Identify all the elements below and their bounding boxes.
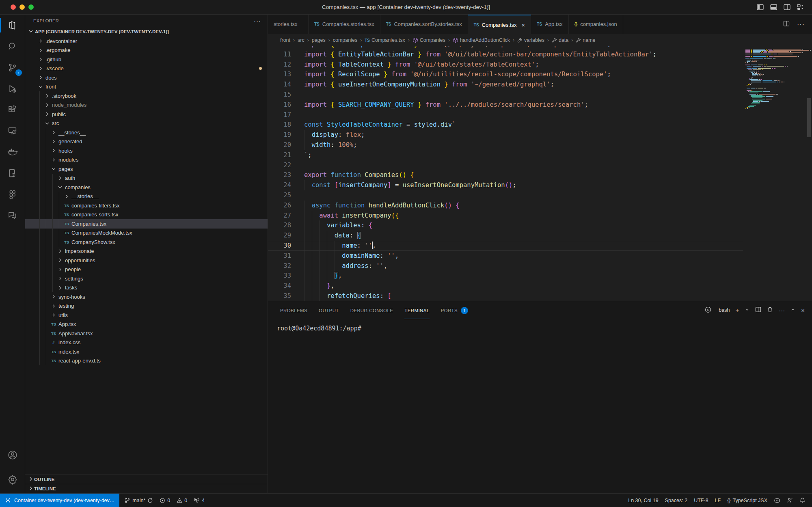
tree-item-front[interactable]: front xyxy=(25,82,268,92)
language-mode-item[interactable]: {} TypeScript JSX xyxy=(724,494,771,507)
code-line-27[interactable]: 27 await insertCompany({ xyxy=(268,211,743,221)
toggle-sidebar-icon[interactable] xyxy=(757,4,764,10)
notifications-item[interactable] xyxy=(796,494,809,507)
activity-dev-containers-icon[interactable] xyxy=(0,162,25,183)
new-terminal-icon[interactable]: + xyxy=(735,307,739,314)
activity-run-debug-icon[interactable] xyxy=(0,78,25,99)
zoom-window-button[interactable] xyxy=(28,4,34,10)
maximize-panel-icon[interactable] xyxy=(790,307,795,313)
panel-more-actions-icon[interactable]: ··· xyxy=(779,307,785,314)
eol-item[interactable]: LF xyxy=(712,494,724,507)
tree-item-tasks[interactable]: tasks xyxy=(25,283,268,293)
tree-item-modules[interactable]: modules xyxy=(25,155,268,165)
tree-item-index.css[interactable]: #index.css xyxy=(25,338,268,347)
tab-companies.json[interactable]: {}companies.json xyxy=(569,15,623,34)
split-terminal-icon[interactable] xyxy=(755,306,761,314)
tree-item-Companies.tsx[interactable]: TSCompanies.tsx xyxy=(25,219,268,229)
breadcrumb-Companies.tsx[interactable]: TSCompanies.tsx xyxy=(365,37,405,43)
tree-item-.github[interactable]: .github xyxy=(25,55,268,64)
forwarded-ports-item[interactable]: 4 xyxy=(190,494,208,507)
tree-item-hooks[interactable]: hooks xyxy=(25,146,268,155)
toggle-panel-icon[interactable] xyxy=(770,4,777,10)
activity-search-icon[interactable] xyxy=(0,36,25,57)
tree-item-settings[interactable]: settings xyxy=(25,274,268,283)
tab-Companies.tsx[interactable]: TSCompanies.tsx× xyxy=(468,15,531,34)
code-line-11[interactable]: 11import { EntityTableActionBar } from '… xyxy=(268,50,743,60)
tree-item-docs[interactable]: docs xyxy=(25,73,268,82)
tab-App.tsx[interactable]: TSApp.tsx xyxy=(531,15,568,34)
activity-settings-icon[interactable] xyxy=(0,469,25,490)
code-line-13[interactable]: 13import { RecoilScope } from '@/ui/util… xyxy=(268,69,743,80)
tree-item--stories-[interactable]: __stories__ xyxy=(25,128,268,137)
tree-item-.storybook[interactable]: .storybook xyxy=(25,91,268,101)
code-line-31[interactable]: 31 domainName: '', xyxy=(268,251,743,261)
code-line-26[interactable]: 26 async function handleAddButtonClick()… xyxy=(268,201,743,211)
explorer-more-actions-icon[interactable]: ··· xyxy=(254,17,261,24)
customize-layout-icon[interactable] xyxy=(797,4,804,10)
code-line-25[interactable]: 25 xyxy=(268,190,743,201)
close-window-button[interactable] xyxy=(11,4,16,10)
tree-item-AppNavbar.tsx[interactable]: TSAppNavbar.tsx xyxy=(25,329,268,338)
activity-accounts-icon[interactable] xyxy=(0,444,25,466)
cursor-position-item[interactable]: Ln 30, Col 19 xyxy=(625,494,661,507)
close-panel-icon[interactable]: × xyxy=(801,307,805,314)
panel-tab-problems[interactable]: PROBLEMS xyxy=(280,301,307,319)
panel-tab-terminal[interactable]: TERMINAL xyxy=(404,301,429,319)
tab-stories.tsx[interactable]: stories.tsx xyxy=(268,15,309,34)
tree-item-auth[interactable]: auth xyxy=(25,174,268,183)
code-line-14[interactable]: 14import { useInsertOneCompanyMutation }… xyxy=(268,80,743,90)
problems-item[interactable]: 0 0 xyxy=(156,494,190,507)
tree-item-companies-sorts.tsx[interactable]: TScompanies-sorts.tsx xyxy=(25,210,268,220)
activity-design-tool-icon[interactable] xyxy=(0,183,25,205)
tab-Companies.sortBy.stories.tsx[interactable]: TSCompanies.sortBy.stories.tsx xyxy=(380,15,468,34)
activity-remote-explorer-icon[interactable] xyxy=(0,120,25,141)
tree-item-pages[interactable]: pages xyxy=(25,164,268,174)
code-line-30[interactable]: 30 name: '', xyxy=(268,241,743,251)
kill-terminal-icon[interactable] xyxy=(767,306,773,314)
tree-item-people[interactable]: people xyxy=(25,265,268,274)
code-line-18[interactable]: 18const StyledTableContainer = styled.di… xyxy=(268,120,743,130)
terminal-content[interactable]: root@0a42ecd84891:/app# xyxy=(268,319,812,493)
tree-item-impersonate[interactable]: impersonate xyxy=(25,247,268,256)
tree-item-react-app-env.d.ts[interactable]: TSreact-app-env.d.ts xyxy=(25,356,268,366)
copilot-item[interactable] xyxy=(771,494,784,507)
code-area[interactable]: 10import { WithTopBarContainer } from '@… xyxy=(268,46,743,301)
editor-scrollbar[interactable] xyxy=(807,98,811,137)
activity-source-control-icon[interactable]: 1 xyxy=(0,57,25,78)
breadcrumb-src[interactable]: src xyxy=(298,37,304,43)
code-line-34[interactable]: 34 }, xyxy=(268,281,743,291)
activity-comments-icon[interactable] xyxy=(0,205,25,226)
breadcrumb-front[interactable]: front xyxy=(280,37,290,43)
tree-item-.ergomake[interactable]: .ergomake xyxy=(25,46,268,55)
tab-Companies.stories.tsx[interactable]: TSCompanies.stories.tsx xyxy=(309,15,380,34)
panel-tab-debug-console[interactable]: DEBUG CONSOLE xyxy=(350,301,393,319)
breadcrumb-data[interactable]: data xyxy=(552,37,568,43)
panel-tab-output[interactable]: OUTPUT xyxy=(319,301,339,319)
tree-item-companies-filters.tsx[interactable]: TScompanies-filters.tsx xyxy=(25,201,268,210)
code-line-33[interactable]: 33 }, xyxy=(268,271,743,281)
split-editor-icon[interactable] xyxy=(783,20,790,28)
tree-item-.vscode[interactable]: .vscode xyxy=(25,64,268,73)
code-line-16[interactable]: 16import { SEARCH_COMPANY_QUERY } from '… xyxy=(268,100,743,110)
breadcrumb-pages[interactable]: pages xyxy=(312,37,326,43)
activity-docker-icon[interactable] xyxy=(0,141,25,162)
code-line-15[interactable]: 15 xyxy=(268,90,743,100)
tree-item-companies[interactable]: companies xyxy=(25,183,268,192)
code-line-20[interactable]: 20 width: 100%; xyxy=(268,140,743,150)
code-line-29[interactable]: 29 data: { xyxy=(268,231,743,241)
remote-indicator[interactable]: Container dev-twenty-dev (dev-twenty-dev… xyxy=(0,494,119,507)
code-line-21[interactable]: 21`; xyxy=(268,150,743,160)
toggle-secondary-sidebar-icon[interactable] xyxy=(784,4,790,10)
outline-section-header[interactable]: OUTLINE xyxy=(25,475,268,484)
tree-item-CompanyShow.tsx[interactable]: TSCompanyShow.tsx xyxy=(25,237,268,247)
breadcrumb-Companies[interactable]: Companies xyxy=(412,37,445,43)
code-line-17[interactable]: 17 xyxy=(268,110,743,120)
close-tab-icon[interactable]: × xyxy=(522,22,525,28)
indentation-item[interactable]: Spaces: 2 xyxy=(662,494,691,507)
tree-item--stories-[interactable]: __stories__ xyxy=(25,192,268,201)
timeline-section-header[interactable]: TIMELINE xyxy=(25,484,268,493)
tree-item-CompaniesMockMode.tsx[interactable]: TSCompaniesMockMode.tsx xyxy=(25,229,268,238)
code-line-28[interactable]: 28 variables: { xyxy=(268,220,743,231)
activity-explorer-icon[interactable] xyxy=(0,15,25,36)
tree-item-opportunities[interactable]: opportunities xyxy=(25,256,268,265)
